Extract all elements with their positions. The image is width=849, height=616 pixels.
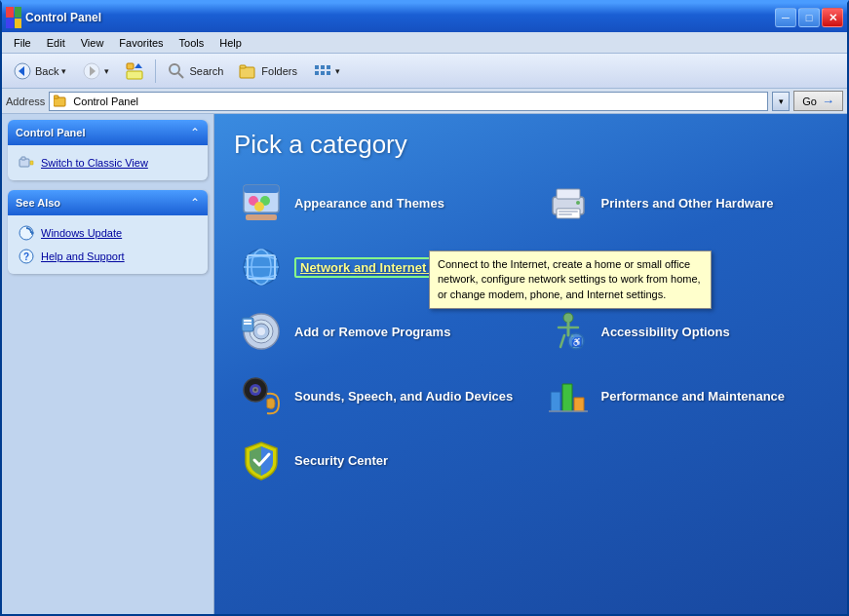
tooltip-text: Connect to the Internet, create a home o… [438,258,701,300]
printers-icon [545,179,592,226]
performance-label: Performance and Maintenance [601,389,786,404]
sidebar-switch-classic-link[interactable]: Switch to Classic View [16,151,200,174]
addremove-label: Add or Remove Programs [294,325,450,339]
sidebar-control-panel-title: Control Panel [16,127,86,138]
go-arrow-icon: → [822,94,834,108]
printers-label: Printers and Other Hardware [601,196,774,211]
svg-rect-37 [559,213,572,215]
security-icon [238,437,285,483]
address-dropdown[interactable]: ▾ [772,92,790,111]
back-button[interactable]: Back ▾ [6,58,73,85]
search-button[interactable]: Search [160,58,230,85]
svg-point-48 [257,327,265,335]
categories-grid: Appearance and Themes Pr [234,175,828,487]
views-icon [313,61,332,81]
help-support-label: Help and Support [41,250,125,262]
sidebar-control-panel-body: Switch to Classic View [8,145,208,180]
svg-line-8 [178,73,183,78]
main-window: Control Panel ─ □ ✕ File Edit View Favor… [0,0,849,616]
windows-logo [812,58,843,85]
minimize-button[interactable]: ─ [775,8,796,27]
search-icon [167,61,186,81]
svg-rect-10 [240,67,254,78]
svg-rect-15 [315,71,319,75]
security-label: Security Center [294,453,388,468]
svg-rect-4 [127,63,134,69]
sidebar-expand-icon: ⌃ [190,126,200,139]
back-label: Back [35,65,58,77]
close-button[interactable]: ✕ [822,8,843,27]
sidebar-see-also-section: See Also ⌃ Windows Update [8,190,208,274]
menu-file[interactable]: File [6,35,39,51]
svg-rect-29 [246,214,277,220]
svg-rect-14 [327,65,330,69]
title-bar: Control Panel ─ □ ✕ [2,3,847,32]
sidebar-help-support-link[interactable]: ? Help and Support [16,245,200,268]
folders-label: Folders [261,65,297,77]
category-accessibility[interactable]: ♿ Accessibility Options [541,304,829,359]
folders-button[interactable]: Folders [232,58,304,85]
svg-marker-6 [135,63,142,68]
toolbar: Back ▾ ▾ [2,54,847,89]
category-performance[interactable]: Performance and Maintenance [541,368,829,423]
svg-point-9 [172,66,177,72]
switch-classic-icon [18,154,35,172]
sidebar-see-also-expand-icon: ⌃ [190,196,200,210]
svg-point-38 [576,201,580,205]
category-printers[interactable]: Printers and Other Hardware [541,175,829,230]
go-button[interactable]: Go → [793,91,843,111]
main-content-area: Control Panel ⌃ Switch to Classic View [2,114,847,614]
category-sounds[interactable]: Sounds, Speech, and Audio Devices [234,368,521,423]
svg-rect-22 [30,161,33,165]
menu-help[interactable]: Help [212,35,250,51]
address-icon [54,94,69,109]
sounds-icon [238,372,285,419]
svg-text:?: ? [23,251,29,262]
forward-icon [82,61,101,81]
windows-update-label: Windows Update [41,227,122,239]
sidebar-control-panel-header[interactable]: Control Panel ⌃ [8,120,208,145]
category-appearance[interactable]: Appearance and Themes [234,175,521,230]
sidebar-control-panel-section: Control Panel ⌃ Switch to Classic View [8,120,208,180]
forward-button[interactable]: ▾ [75,58,116,85]
svg-rect-13 [321,65,325,69]
svg-rect-17 [327,71,330,75]
views-button[interactable]: ▾ [306,58,347,85]
main-panel: Pick a category Appearanc [214,114,847,614]
svg-point-60 [254,389,257,392]
menu-favorites[interactable]: Favorites [111,35,171,51]
svg-rect-50 [244,320,251,322]
svg-rect-51 [244,323,251,325]
network-icon [238,244,285,290]
address-field[interactable]: Control Panel [49,92,768,111]
network-tooltip: Connect to the Internet, create a home o… [429,250,712,309]
sidebar-windows-update-link[interactable]: Windows Update [16,221,200,245]
category-security[interactable]: Security Center [234,433,521,487]
category-addremove[interactable]: Add or Remove Programs [234,304,521,359]
svg-point-32 [254,202,264,212]
forward-dropdown-icon: ▾ [104,66,109,76]
maximize-button[interactable]: □ [798,8,820,27]
menu-view[interactable]: View [73,35,112,51]
svg-rect-11 [240,65,246,68]
svg-text:♿: ♿ [570,336,582,348]
address-label: Address [6,96,45,107]
up-button[interactable] [118,58,151,85]
up-icon [125,61,144,81]
address-value: Control Panel [73,96,138,107]
svg-rect-19 [54,96,58,98]
svg-rect-21 [21,157,25,160]
windows-update-icon [18,224,35,242]
sidebar-see-also-header[interactable]: See Also ⌃ [8,190,208,215]
appearance-label: Appearance and Themes [294,196,444,211]
address-bar: Address Control Panel ▾ Go → [2,89,847,114]
accessibility-icon: ♿ [545,308,592,355]
menu-tools[interactable]: Tools [172,35,212,51]
menu-edit[interactable]: Edit [39,35,73,51]
sounds-label: Sounds, Speech, and Audio Devices [294,389,513,404]
svg-rect-28 [244,185,279,193]
back-dropdown-icon: ▾ [61,66,66,76]
addremove-icon [238,308,285,355]
svg-rect-5 [127,71,142,79]
views-dropdown-icon: ▾ [335,66,340,76]
